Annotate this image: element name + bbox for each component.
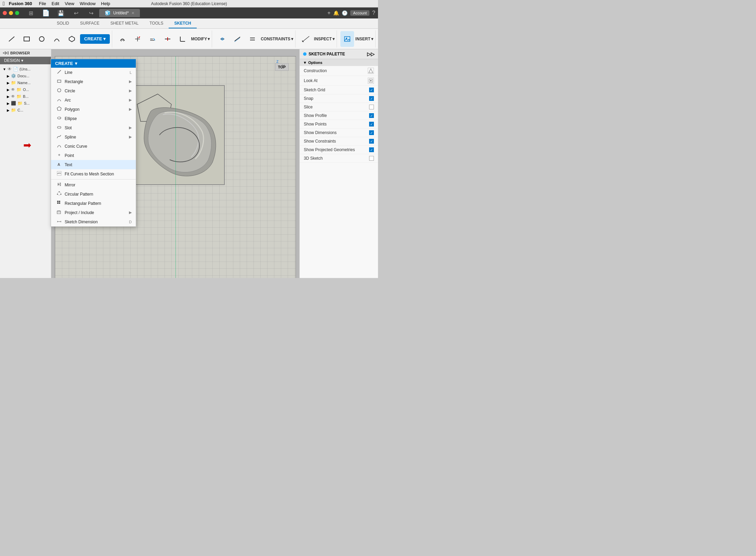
sketch-grid-checkbox[interactable]: ✓: [369, 88, 374, 92]
palette-option-construction[interactable]: Construction: [300, 66, 378, 76]
show-projected-checkbox[interactable]: ✓: [369, 147, 374, 152]
toolbar-icon-rect[interactable]: [20, 31, 34, 47]
menu-item-polygon[interactable]: Polygon ▶: [51, 105, 136, 114]
save-btn[interactable]: 💾: [54, 5, 68, 21]
notifications-btn[interactable]: 🔔: [333, 10, 339, 16]
show-constraints-checkbox[interactable]: ✓: [369, 139, 374, 144]
apple-menu-icon[interactable]: : [3, 1, 5, 7]
traffic-minimize[interactable]: [9, 11, 13, 15]
svg-point-43: [59, 191, 60, 193]
palette-option-3d-sketch[interactable]: 3D Sketch: [300, 154, 378, 163]
menu-item-arc[interactable]: Arc ▶: [51, 95, 136, 105]
menu-item-mirror-left: Mirror: [56, 182, 75, 188]
user-account[interactable]: Account: [350, 10, 369, 16]
create-dropdown-btn[interactable]: CREATE ▾: [80, 34, 110, 44]
clock-btn[interactable]: 🕐: [342, 10, 348, 16]
menu-item-rectangular-pattern[interactable]: Rectangular Pattern: [51, 199, 136, 208]
menu-help[interactable]: Help: [101, 1, 110, 6]
menu-item-circular-pattern[interactable]: Circular Pattern: [51, 189, 136, 199]
insert-dropdown-btn[interactable]: INSERT ▾: [355, 37, 373, 41]
browser-item-0[interactable]: ▼ 👁 📄 (Uns...: [0, 66, 51, 72]
palette-option-sketch-grid[interactable]: Sketch Grid ✓: [300, 86, 378, 94]
constraints-dropdown-btn[interactable]: CONSTRAINTS ▾: [261, 37, 293, 41]
palette-option-show-dimensions[interactable]: Show Dimensions ✓: [300, 129, 378, 137]
toolbar-icon-break[interactable]: [161, 31, 174, 47]
menu-item-ellipse[interactable]: Ellipse: [51, 114, 136, 123]
palette-option-show-points[interactable]: Show Points ✓: [300, 120, 378, 129]
toolbar-icon-line[interactable]: [5, 31, 18, 47]
browser-item-2[interactable]: ▶ 📁 Name...: [0, 79, 51, 86]
toolbar-icon-parallel[interactable]: [246, 31, 259, 47]
show-dimensions-checkbox[interactable]: ✓: [369, 130, 374, 135]
browser-item-6[interactable]: ▶ 📁 C...: [0, 107, 51, 114]
undo-btn[interactable]: ↩: [69, 5, 83, 21]
menu-item-sketch-dimension[interactable]: Sketch Dimension D: [51, 217, 136, 226]
show-constraints-label: Show Constraints: [304, 139, 336, 144]
palette-option-show-projected[interactable]: Show Projected Geometries ✓: [300, 146, 378, 154]
menu-item-text[interactable]: A Text: [51, 160, 136, 169]
tab-tools[interactable]: TOOLS: [144, 18, 169, 28]
toolbar-icon-collinear[interactable]: [231, 31, 244, 47]
toolbar-icon-insert-image[interactable]: [340, 31, 354, 47]
active-tab[interactable]: 🧊 Untitled* ✕: [99, 9, 140, 17]
construction-icon-btn[interactable]: [368, 68, 374, 74]
design-btn[interactable]: DESIGN ▾: [0, 57, 51, 64]
palette-dot-icon: [303, 52, 307, 56]
menu-item-slot[interactable]: Slot ▶: [51, 123, 136, 132]
traffic-close[interactable]: [3, 11, 7, 15]
add-tab-btn[interactable]: +: [327, 10, 330, 16]
help-btn[interactable]: ?: [372, 10, 375, 16]
browser-item-5[interactable]: ▶ ⬛ 📁 S...: [0, 100, 51, 107]
palette-collapse-btn[interactable]: ▷▷: [367, 51, 375, 57]
modify-dropdown-btn[interactable]: MODIFY ▾: [191, 37, 210, 41]
svg-text:A: A: [57, 162, 60, 167]
show-profile-checkbox[interactable]: ✓: [369, 113, 374, 118]
snap-label: Snap: [304, 96, 313, 101]
menu-item-circle[interactable]: Circle ▶: [51, 86, 136, 95]
toolbar-icon-arc[interactable]: [50, 31, 64, 47]
browser-item-1[interactable]: ▶ ⚙️ Docu...: [0, 72, 51, 79]
palette-options-header[interactable]: ▼ Options: [300, 59, 378, 66]
collapse-arrow-icon[interactable]: ◁◁: [3, 51, 8, 55]
grid-view-btn[interactable]: ⊞: [24, 5, 38, 21]
dropdown-header[interactable]: CREATE ▾: [51, 59, 136, 68]
toolbar-icon-circle[interactable]: [35, 31, 49, 47]
look-at-icon-btn[interactable]: [368, 78, 374, 84]
menu-item-sketch-dim-left: Sketch Dimension: [56, 219, 98, 225]
palette-option-show-constraints[interactable]: Show Constraints ✓: [300, 137, 378, 146]
tab-sketch[interactable]: SKETCH: [169, 18, 196, 28]
palette-option-snap[interactable]: Snap ✓: [300, 94, 378, 103]
toolbar-icon-polygon[interactable]: [65, 31, 79, 47]
toolbar-icon-fillet[interactable]: [176, 31, 190, 47]
toolbar-icon-coincident[interactable]: [216, 31, 229, 47]
browser-item-4[interactable]: ▶ 👁 📁 B...: [0, 93, 51, 100]
sketch-3d-checkbox[interactable]: [369, 156, 374, 161]
palette-option-slice[interactable]: Slice: [300, 103, 378, 111]
menu-item-project-include[interactable]: Project / Include ▶: [51, 208, 136, 217]
menu-item-rectangle[interactable]: Rectangle ▶: [51, 77, 136, 86]
redo-btn[interactable]: ↪: [84, 5, 98, 21]
menu-item-spline[interactable]: Spline ▶: [51, 132, 136, 142]
traffic-maximize[interactable]: [15, 11, 19, 15]
toolbar-icon-trim[interactable]: [131, 31, 144, 47]
menu-item-mirror[interactable]: Mirror: [51, 180, 136, 189]
menu-item-point[interactable]: Point: [51, 151, 136, 160]
new-file-btn[interactable]: 📄: [39, 5, 53, 21]
browser-item-3[interactable]: ▶ 👁 📁 O...: [0, 86, 51, 93]
canvas-close-btn[interactable]: ✕: [281, 63, 285, 69]
toolbar-icon-measure[interactable]: [299, 31, 313, 47]
snap-checkbox[interactable]: ✓: [369, 96, 374, 101]
palette-option-look-at[interactable]: Look At: [300, 76, 378, 86]
toolbar-icon-offset[interactable]: [116, 31, 129, 47]
slice-checkbox[interactable]: [369, 105, 374, 109]
svg-marker-32: [57, 107, 61, 110]
menu-item-conic-curve[interactable]: Conic Curve: [51, 142, 136, 151]
tab-close-btn[interactable]: ✕: [131, 11, 134, 15]
menu-item-line[interactable]: Line L: [51, 68, 136, 77]
palette-option-show-profile[interactable]: Show Profile ✓: [300, 111, 378, 120]
inspect-dropdown-btn[interactable]: INSPECT ▾: [314, 37, 335, 41]
toolbar-icon-extend[interactable]: [146, 31, 159, 47]
show-points-checkbox[interactable]: ✓: [369, 122, 374, 127]
menu-item-fit-curves[interactable]: Fit Curves to Mesh Section: [51, 169, 136, 178]
tab-sheet-metal[interactable]: SHEET METAL: [105, 18, 144, 28]
